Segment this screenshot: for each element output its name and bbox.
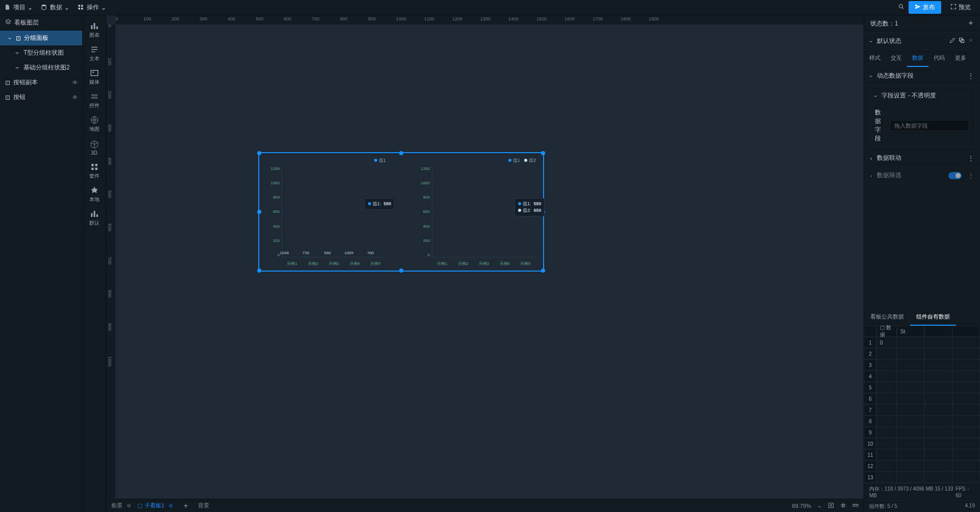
table-cell[interactable] xyxy=(876,427,897,438)
table-header[interactable]: St xyxy=(897,326,924,337)
resize-handle[interactable] xyxy=(257,269,261,273)
publish-button[interactable]: 发布 xyxy=(909,1,941,14)
table-cell[interactable] xyxy=(924,427,952,438)
layer-item[interactable]: ⊡ 按钮 xyxy=(0,90,68,105)
ruler-toggle-icon[interactable] xyxy=(852,502,859,509)
add-icon[interactable] xyxy=(968,20,974,28)
data-tab[interactable]: 看板公共数据 xyxy=(864,309,910,326)
data-filter-toggle[interactable] xyxy=(948,172,962,179)
row-number[interactable]: 11 xyxy=(864,449,876,460)
table-cell[interactable] xyxy=(876,359,897,371)
menu-data[interactable]: 数据 ⌄ xyxy=(41,3,69,12)
row-number[interactable]: 13 xyxy=(864,472,876,483)
table-cell[interactable] xyxy=(924,348,952,359)
preview-button[interactable]: 预览 xyxy=(945,1,976,14)
table-cell[interactable] xyxy=(924,382,952,393)
table-cell[interactable] xyxy=(952,416,980,427)
data-tab[interactable]: 组件自有数据 xyxy=(910,309,956,326)
table-cell[interactable] xyxy=(897,404,924,416)
table-cell[interactable] xyxy=(924,416,952,427)
table-header[interactable] xyxy=(952,326,980,337)
add-tab-button[interactable]: + xyxy=(179,501,192,510)
table-cell[interactable] xyxy=(924,371,952,382)
bar-chart[interactable]: 值112001000800600400200010487355801005700… xyxy=(266,157,386,266)
table-cell[interactable] xyxy=(924,359,952,371)
table-cell[interactable] xyxy=(897,337,924,348)
table-cell[interactable] xyxy=(924,438,952,449)
add-icon[interactable]: ⊕ xyxy=(127,502,131,509)
row-number[interactable]: 12 xyxy=(864,460,876,472)
table-cell[interactable] xyxy=(876,348,897,359)
palette-item[interactable]: 媒体 xyxy=(85,65,104,89)
table-cell[interactable] xyxy=(924,393,952,404)
bar-chart[interactable]: 值1值2120010008006004002000示例1示例2示例3示例4示例5… xyxy=(416,157,536,266)
layer-item[interactable]: ⫟ 基础分组柱状图2 xyxy=(0,60,82,75)
palette-item[interactable]: 3D xyxy=(85,136,104,159)
menu-project[interactable]: 项目 ⌄ xyxy=(4,3,33,12)
bottom-tab[interactable]: 背景 xyxy=(198,502,209,509)
table-cell[interactable] xyxy=(876,382,897,393)
palette-item[interactable]: 地图 xyxy=(85,112,104,136)
table-header[interactable] xyxy=(864,326,876,337)
table-cell[interactable] xyxy=(897,416,924,427)
canvas[interactable]: 值112001000800600400200010487355801005700… xyxy=(115,25,864,499)
more-icon[interactable]: ⋮ xyxy=(968,172,974,179)
table-cell[interactable] xyxy=(952,460,980,472)
table-cell[interactable] xyxy=(876,460,897,472)
table-cell[interactable] xyxy=(876,416,897,427)
table-cell[interactable] xyxy=(924,472,952,483)
row-number[interactable]: 7 xyxy=(864,404,876,416)
copy-icon[interactable] xyxy=(959,37,965,45)
row-number[interactable]: 2 xyxy=(864,348,876,359)
layer-item[interactable]: ⊡ 按钮副本 xyxy=(0,75,68,90)
table-header[interactable] xyxy=(924,326,952,337)
data-grid[interactable]: ▢ 数据St102345678910111213 xyxy=(864,326,980,483)
table-cell[interactable] xyxy=(952,371,980,382)
table-cell[interactable] xyxy=(924,449,952,460)
props-tab[interactable]: 数据 xyxy=(907,50,928,67)
layer-item[interactable]: ⫟ T型分组柱状图 xyxy=(0,45,82,60)
visibility-icon[interactable]: 👁 xyxy=(68,79,82,86)
more-icon[interactable]: ⋮ xyxy=(968,155,974,162)
table-cell[interactable] xyxy=(952,337,980,348)
row-number[interactable]: 1 xyxy=(864,337,876,348)
table-cell[interactable] xyxy=(897,393,924,404)
chevron-down-icon[interactable] xyxy=(870,72,874,80)
chevron-right-icon[interactable] xyxy=(870,155,874,162)
row-number[interactable]: 6 xyxy=(864,393,876,404)
table-cell[interactable] xyxy=(897,449,924,460)
palette-item[interactable]: 文本 xyxy=(85,42,104,65)
selection-box[interactable]: 值112001000800600400200010487355801005700… xyxy=(258,152,544,272)
table-cell[interactable] xyxy=(924,404,952,416)
table-cell[interactable] xyxy=(876,371,897,382)
props-tab[interactable]: 样式 xyxy=(864,50,886,67)
row-number[interactable]: 5 xyxy=(864,382,876,393)
palette-item[interactable]: 图表 xyxy=(85,18,104,42)
table-cell[interactable] xyxy=(897,460,924,472)
table-cell[interactable] xyxy=(897,472,924,483)
props-tab[interactable]: 更多 xyxy=(950,50,971,67)
chevron-down-icon[interactable]: ⌄ xyxy=(817,502,822,509)
table-cell[interactable] xyxy=(952,359,980,371)
table-cell[interactable] xyxy=(876,449,897,460)
chevron-right-icon[interactable] xyxy=(870,172,874,179)
table-cell[interactable] xyxy=(924,460,952,472)
search-icon[interactable] xyxy=(898,4,904,11)
visibility-icon[interactable]: 👁 xyxy=(68,94,82,101)
table-cell[interactable] xyxy=(876,393,897,404)
fit-screen-icon[interactable] xyxy=(828,502,834,509)
table-cell[interactable] xyxy=(876,404,897,416)
resize-handle[interactable] xyxy=(257,210,261,214)
props-tab[interactable]: 交互 xyxy=(886,50,907,67)
resize-handle[interactable] xyxy=(541,151,545,155)
table-header[interactable]: ▢ 数据 xyxy=(876,326,897,337)
data-field-input[interactable] xyxy=(890,120,969,131)
resize-handle[interactable] xyxy=(257,151,261,155)
table-cell[interactable] xyxy=(952,427,980,438)
add-icon[interactable]: ⊕ xyxy=(168,502,173,509)
edit-icon[interactable] xyxy=(949,37,955,45)
row-number[interactable]: 9 xyxy=(864,427,876,438)
resize-handle[interactable] xyxy=(399,151,403,155)
table-cell[interactable] xyxy=(876,472,897,483)
bottom-tab[interactable]: ▢ 子看板1 ⊕ xyxy=(137,502,173,509)
